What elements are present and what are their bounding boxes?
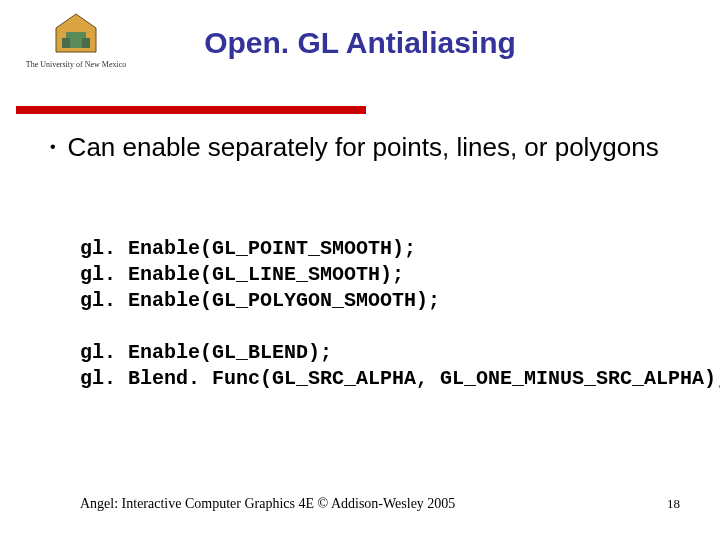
bullet-block: • Can enable separately for points, line…: [50, 130, 680, 164]
divider-bar: [16, 106, 366, 114]
institution-name: The University of New Mexico: [16, 60, 136, 69]
code-snippet-blend: gl. Enable(GL_BLEND); gl. Blend. Func(GL…: [80, 340, 700, 392]
bullet-icon: •: [50, 130, 56, 164]
footer-attribution: Angel: Interactive Computer Graphics 4E …: [80, 496, 455, 512]
page-number: 18: [667, 496, 680, 512]
code-snippet-smooth: gl. Enable(GL_POINT_SMOOTH); gl. Enable(…: [80, 236, 700, 314]
bullet-text: Can enable separately for points, lines,…: [68, 130, 659, 164]
slide-title: Open. GL Antialiasing: [0, 26, 720, 60]
